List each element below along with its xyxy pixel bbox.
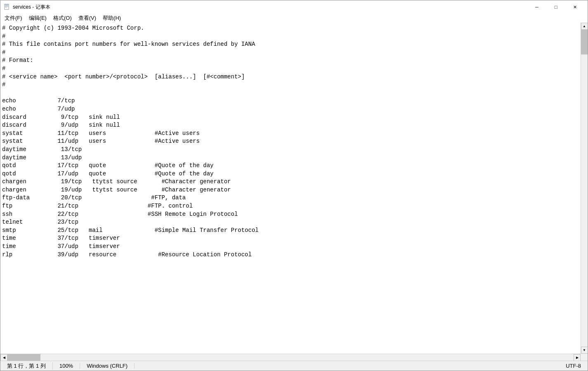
scroll-down-arrow[interactable]: ▼ <box>581 347 588 354</box>
menu-format[interactable]: 格式(O) <box>50 14 75 23</box>
encoding: UTF-8 <box>559 363 588 369</box>
window-title: services - 记事本 <box>13 4 527 11</box>
horizontal-scrollbar[interactable]: ◀ ▶ <box>0 354 581 361</box>
cursor-position: 第 1 行，第 1 列 <box>0 362 53 370</box>
scroll-thumb-vertical[interactable] <box>581 30 588 54</box>
line-ending: Windows (CRLF) <box>80 363 135 369</box>
scroll-track-horizontal[interactable] <box>7 354 574 361</box>
scroll-track-vertical[interactable] <box>581 30 588 347</box>
text-editor[interactable]: # Copyright (c) 1993-2004 Microsoft Corp… <box>0 23 581 354</box>
menu-help[interactable]: 帮助(H) <box>99 14 124 23</box>
scroll-up-arrow[interactable]: ▲ <box>581 23 588 30</box>
scroll-thumb-horizontal[interactable] <box>7 354 40 361</box>
svg-rect-3 <box>5 6 8 7</box>
menu-view[interactable]: 查看(V) <box>75 14 99 23</box>
status-left: 第 1 行，第 1 列 100% Windows (CRLF) UTF-8 <box>0 362 588 370</box>
menu-edit[interactable]: 编辑(E) <box>26 14 50 23</box>
editor-area: # Copyright (c) 1993-2004 Microsoft Corp… <box>0 23 588 354</box>
bottom-scrollbar-row: ◀ ▶ <box>0 354 588 361</box>
maximize-button[interactable]: □ <box>546 0 565 14</box>
close-button[interactable]: ✕ <box>565 0 584 14</box>
window-controls: ─ □ ✕ <box>527 0 584 14</box>
app-icon <box>4 4 10 10</box>
title-bar: services - 记事本 ─ □ ✕ <box>0 0 588 14</box>
scroll-left-arrow[interactable]: ◀ <box>0 354 7 361</box>
minimize-button[interactable]: ─ <box>527 0 546 14</box>
menu-bar: 文件(F) 编辑(E) 格式(O) 查看(V) 帮助(H) <box>0 14 588 23</box>
status-bar: 第 1 行，第 1 列 100% Windows (CRLF) UTF-8 <box>0 361 588 371</box>
svg-rect-4 <box>5 7 7 7</box>
svg-rect-2 <box>5 5 8 6</box>
scroll-corner <box>581 354 588 361</box>
menu-file[interactable]: 文件(F) <box>1 14 26 23</box>
svg-rect-1 <box>5 5 8 5</box>
vertical-scrollbar[interactable]: ▲ ▼ <box>581 23 588 354</box>
notepad-window: services - 记事本 ─ □ ✕ 文件(F) 编辑(E) 格式(O) 查… <box>0 0 588 371</box>
zoom-level: 100% <box>53 363 80 369</box>
scroll-right-arrow[interactable]: ▶ <box>574 354 581 361</box>
